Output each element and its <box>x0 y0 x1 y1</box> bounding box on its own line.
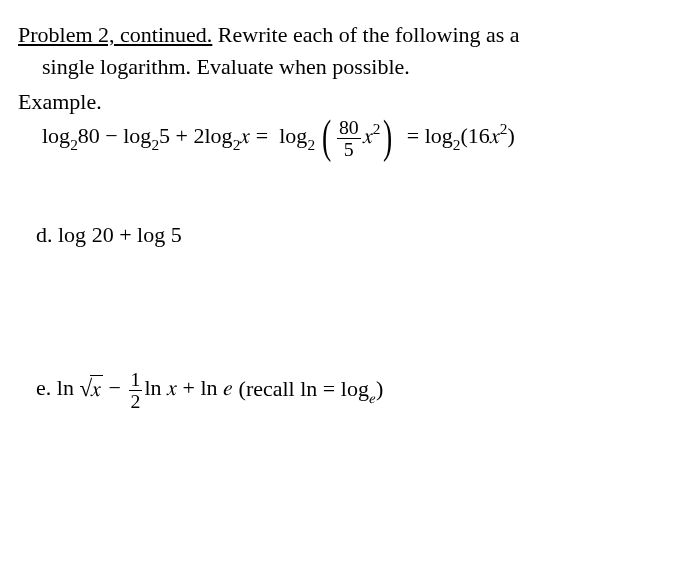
item-e-label: e. <box>36 376 57 401</box>
heading-rest: Rewrite each of the following as a <box>212 22 519 47</box>
problem-heading-line2: single logarithm. Evaluate when possible… <box>18 52 682 82</box>
heading-underlined: Problem 2, continued. <box>18 22 212 47</box>
example-label: Example. <box>18 87 682 117</box>
item-e: e. ln √𝑥 − 12ln 𝑥 + ln 𝑒 (recall ln = lo… <box>18 369 682 412</box>
recall-note: (recall ln = log𝑒) <box>233 376 383 401</box>
example-equation: log280 − log25 + 2log2𝑥 = log2 (805𝑥2) =… <box>18 117 682 160</box>
item-d: d. log 20 + log 5 <box>18 220 682 250</box>
item-d-label: d. <box>36 222 58 247</box>
problem-heading-line1: Problem 2, continued. Rewrite each of th… <box>18 20 682 50</box>
